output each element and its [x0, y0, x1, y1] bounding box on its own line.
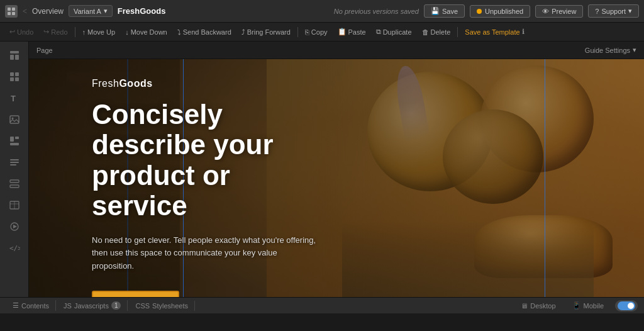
delete-button[interactable]: 🗑 Delete	[418, 27, 455, 37]
cta-button[interactable]: ORDER NOW	[92, 291, 179, 297]
chevron-down-icon: ▾	[628, 7, 632, 15]
sidebar-icon-form[interactable]	[3, 174, 26, 194]
undo-button[interactable]: ↩ Undo	[5, 26, 38, 37]
site-name: FreshGoods	[118, 6, 166, 16]
svg-rect-0	[8, 8, 11, 11]
delete-icon: 🗑	[422, 28, 429, 36]
sidebar-icon-lines[interactable]	[3, 152, 26, 172]
sidebar-icon-sections[interactable]	[3, 45, 26, 65]
css-icon: CSS	[135, 302, 150, 310]
svg-rect-6	[15, 55, 19, 60]
bring-forward-button[interactable]: ⤴ Bring Forward	[237, 27, 295, 37]
brand-bold: Goods	[119, 78, 152, 89]
svg-text:</>: </>	[9, 244, 20, 252]
svg-marker-26	[13, 225, 17, 228]
svg-rect-8	[15, 72, 19, 76]
move-down-button[interactable]: ↓ Move Down	[121, 27, 172, 37]
topbar-right: No previous versions saved 💾 Save Unpubl…	[334, 4, 639, 18]
svg-rect-7	[10, 72, 14, 76]
svg-rect-20	[10, 180, 19, 182]
redo-icon: ↪	[43, 28, 49, 36]
svg-rect-17	[10, 159, 19, 160]
overview-link[interactable]: Overview	[32, 7, 64, 16]
svg-rect-12	[10, 116, 19, 123]
send-backward-button[interactable]: ⤵ Send Backward	[173, 27, 236, 37]
duplicate-icon: ⧉	[376, 28, 381, 36]
sidebar-icon-image[interactable]	[3, 109, 26, 130]
sidebar-icon-grid[interactable]	[3, 67, 26, 87]
js-count-badge: 1	[111, 301, 121, 310]
mobile-icon: 📱	[572, 301, 581, 310]
svg-rect-14	[10, 137, 14, 142]
app-logo	[5, 5, 18, 18]
paste-button[interactable]: 📋 Paste	[333, 26, 370, 37]
stylesheets-tab[interactable]: CSS Stylesheets	[129, 301, 195, 311]
mobile-view-button[interactable]: 📱 Mobile	[567, 300, 609, 311]
js-icon: JS	[64, 302, 72, 310]
desktop-icon: 🖥	[521, 302, 528, 310]
svg-point-13	[11, 118, 13, 120]
svg-rect-16	[10, 143, 19, 145]
bottombar-right: 🖥 Desktop 📱 Mobile	[516, 300, 638, 311]
toolbar-separator-3	[457, 27, 458, 37]
toolbar: ↩ Undo ↪ Redo ↑ Move Up ↓ Move Down ⤵ Se…	[0, 23, 644, 42]
svg-rect-18	[10, 162, 19, 163]
unpublished-status-dot	[477, 9, 482, 14]
question-icon: ?	[595, 8, 599, 15]
undo-icon: ↩	[9, 28, 15, 36]
sidebar-icon-widget[interactable]	[3, 131, 26, 151]
svg-rect-2	[8, 12, 11, 15]
svg-rect-10	[15, 77, 19, 81]
desktop-view-button[interactable]: 🖥 Desktop	[516, 301, 560, 311]
move-up-button[interactable]: ↑ Move Up	[78, 27, 120, 37]
svg-rect-19	[10, 164, 16, 166]
svg-rect-4	[10, 51, 19, 53]
hero-section[interactable]: FreshGoods Concisely describe your produ…	[29, 59, 644, 297]
sidebar: T	[0, 42, 29, 297]
brand-name: FreshGoods	[92, 78, 318, 89]
arrow-down-icon: ↓	[125, 28, 129, 36]
bottombar-left: ☰ Contents JS Javascripts 1 CSS Styleshe…	[6, 300, 195, 311]
bottom-bar: ☰ Contents JS Javascripts 1 CSS Styleshe…	[0, 297, 644, 313]
arrow-up-icon: ↑	[82, 28, 86, 36]
main-area: T	[0, 42, 644, 297]
redo-button[interactable]: ↪ Redo	[39, 26, 72, 37]
svg-rect-21	[10, 185, 19, 188]
unpublished-button[interactable]: Unpublished	[470, 5, 530, 18]
toggle-switch[interactable]	[618, 301, 635, 310]
variant-selector[interactable]: Variant A ▾	[69, 5, 113, 17]
paste-icon: 📋	[338, 28, 347, 36]
guide-settings-button[interactable]: Guide Settings ▾	[585, 46, 636, 54]
sidebar-icon-video[interactable]	[3, 216, 26, 237]
sidebar-icon-text[interactable]: T	[3, 88, 26, 108]
toolbar-separator-2	[297, 27, 298, 37]
canvas-area: Page Guide Settings ▾	[29, 42, 644, 297]
hero-title: Concisely describe your product or servi…	[92, 99, 318, 222]
hero-content: FreshGoods Concisely describe your produ…	[92, 78, 318, 297]
copy-button[interactable]: ⎘ Copy	[301, 27, 332, 37]
bring-forward-icon: ⤴	[242, 28, 245, 36]
send-backward-icon: ⤵	[177, 28, 181, 36]
info-icon: ℹ	[522, 28, 525, 36]
svg-rect-15	[15, 137, 19, 139]
save-template-button[interactable]: Save as Template ℹ	[460, 26, 528, 37]
page-label-bar: Page Guide Settings ▾	[29, 42, 644, 59]
chevron-down-icon: ▾	[104, 7, 108, 15]
svg-rect-5	[10, 55, 14, 60]
javascripts-tab[interactable]: JS Javascripts 1	[57, 300, 128, 311]
hero-description: No need to get clever. Tell people exact…	[92, 234, 318, 273]
duplicate-button[interactable]: ⧉ Duplicate	[372, 26, 416, 37]
sidebar-icon-code[interactable]: </>	[3, 238, 26, 258]
support-button[interactable]: ? Support ▾	[588, 4, 639, 18]
preview-button[interactable]: 👁 Preview	[535, 5, 583, 18]
copy-icon: ⎘	[305, 28, 309, 36]
contents-tab[interactable]: ☰ Contents	[6, 300, 56, 311]
save-icon: 💾	[431, 7, 440, 15]
save-button[interactable]: 💾 Save	[424, 4, 465, 18]
toolbar-separator	[75, 27, 75, 37]
page-label: Page	[36, 47, 53, 54]
svg-rect-1	[12, 8, 15, 11]
view-toggle[interactable]	[615, 300, 638, 311]
sidebar-icon-table[interactable]	[3, 195, 26, 215]
top-bar: < Overview Variant A ▾ FreshGoods No pre…	[0, 0, 644, 23]
